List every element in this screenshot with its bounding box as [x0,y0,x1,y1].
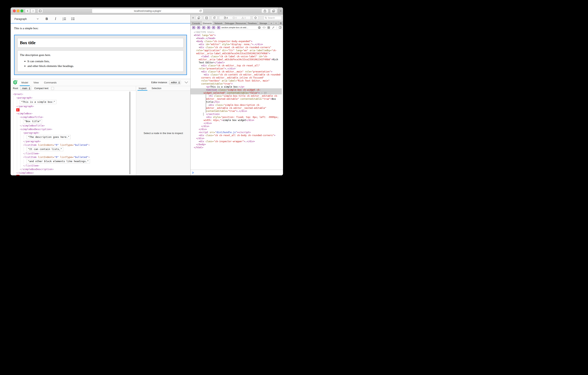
model-tree-row[interactable]: <simpleBox> [10,112,136,115]
editor-instance-select[interactable]: editor [169,81,181,84]
model-tree-row[interactable]: <listItem listIndent="0" listType="bulle… [10,143,136,147]
dom-tree-row[interactable]: </div> [190,125,282,128]
model-tree-row[interactable]: "and other block elements like headings.… [10,159,136,164]
tab-elements[interactable]: Elements [202,21,213,25]
details-sidebar-toggle-icon[interactable] [279,26,282,29]
new-tab-button[interactable]: + [278,7,283,14]
model-tree-row[interactable]: "The description goes here." [10,135,136,140]
collapse-inspector-button[interactable] [185,81,188,84]
dom-tree-row[interactable]: ▼<html lang="en"> [190,34,282,37]
expand-node-arrow[interactable]: ▶ [199,64,202,67]
expand-node-arrow[interactable]: ▶ [196,140,200,143]
settings-gear-icon[interactable]: ⚙ [278,21,283,25]
model-tree-row[interactable]: </paragraph> [10,140,136,143]
collapse-node-arrow[interactable]: ▼ [194,40,197,43]
tab-resources[interactable]: Resources [235,21,247,25]
dom-tree-row[interactable]: ▼<div class="ck ck-reset ck-editor ck-ro… [190,46,282,55]
element-picker-button[interactable] [252,16,259,20]
collapse-node-arrow[interactable]: ▼ [204,88,207,92]
model-tree-row[interactable]: <paragraph> [10,131,136,135]
model-tree-row[interactable]: </simpleBoxTitle> [10,124,136,127]
dom-tree-row[interactable]: <p>This is a simple box:</p> [190,85,282,88]
tab-view[interactable]: View [33,79,39,86]
list-item[interactable]: and other block elements like headings. [27,64,181,68]
collapse-node-arrow[interactable]: ▼ [196,46,200,49]
reload-page-button[interactable] [211,16,218,20]
model-tree-row[interactable]: <$root> [10,92,136,96]
dom-tree-row[interactable]: ▶<div class="simple-box-description ck-e… [190,103,282,113]
sidebar-toggle-button[interactable] [38,9,43,13]
description-text[interactable]: The description goes here. [20,53,181,57]
model-tree-row[interactable]: </simpleBox> [10,171,136,175]
simple-box-widget[interactable]: Box title The description goes here. It … [14,35,187,75]
tab-debugger[interactable]: Debugger [224,21,235,25]
expand-node-arrow[interactable]: ▶ [196,43,200,46]
back-button[interactable] [25,9,30,13]
model-tree-row[interactable]: <simpleBoxTitle> [10,115,136,119]
heading-dropdown[interactable]: Paragraph [12,16,41,22]
model-tree-row[interactable]: </simpleBoxDescription> [10,167,136,171]
dom-tree-row[interactable]: <label class="ck ck-label ck-voice-label… [190,55,282,64]
console-prompt[interactable] [190,170,283,175]
box-title-text[interactable]: Box title [20,40,181,45]
text-node[interactable]: "The description goes here." [27,135,71,139]
dom-tree-row[interactable]: </body> [190,143,282,146]
numbered-list-button[interactable]: 12 [62,16,67,22]
more-tabs-button[interactable]: » [269,21,274,25]
element-badge-icon[interactable]: E [202,26,205,29]
dom-tree-row[interactable]: <!DOCTYPE html> [190,31,282,34]
reload-button[interactable] [199,10,202,13]
dom-tree-row[interactable]: </div> [190,122,282,125]
model-tree-row[interactable]: <paragraph> [10,96,136,99]
address-bar[interactable]: localhost/creating-a-plugin/ [92,9,203,13]
element-badge-icon[interactable]: E [217,26,220,29]
grid-overlay-icon[interactable] [267,26,270,29]
print-dom-icon[interactable] [258,26,261,29]
dom-tree-row[interactable]: </section> [190,113,282,116]
dom-tree-row[interactable]: ▶<div class="ck-inspector-wrapper">…</di… [190,140,282,143]
dom-tree-row[interactable]: </div> [190,128,282,131]
text-node[interactable]: "This is a simple box:" [20,100,56,104]
dom-tree-row[interactable]: ▼<div class="ck ck-editor__main" role="p… [190,70,282,73]
model-tree-row[interactable]: </paragraph> [10,104,136,108]
collapse-node-arrow[interactable]: ▼ [199,70,202,73]
element-badge-icon[interactable]: E [212,26,215,29]
zoom-window-button[interactable] [21,10,23,12]
close-inspector-button[interactable]: ✕ [192,16,194,19]
bold-button[interactable]: B [44,16,49,22]
minimize-window-button[interactable] [17,10,20,12]
editor-editable-area[interactable]: This is a simple box: Box title The desc… [10,23,190,79]
dom-tree-row[interactable]: ▶<head>…</head> [190,37,282,40]
description-list[interactable]: It can contain lists,and other block ele… [20,60,181,68]
dom-tree-row[interactable]: <h1 class="simple-box-title ck-editor__e… [190,94,282,103]
inspector-search-field[interactable]: Search [263,16,282,20]
close-window-button[interactable] [13,10,16,12]
collapse-node-arrow[interactable]: ▼ [191,34,195,37]
model-tree-row[interactable]: <simpleBoxDescription> [10,127,136,131]
detach-inspector-button[interactable] [196,16,202,20]
simple-box-title[interactable]: Box title [17,38,184,48]
dom-tree-row[interactable]: <div class="ck ck-reset_all ck-body ck-r… [190,134,282,140]
text-node[interactable]: "and other block elements like headings.… [27,159,90,164]
tab-storage[interactable]: Storage [258,21,269,25]
collapse-node-arrow[interactable]: ▼ [201,73,205,77]
italic-button[interactable]: I [53,16,58,22]
tab-inspect[interactable]: Inspect [139,86,146,91]
dom-tree-row[interactable]: <div style="position: fixed; top: 0px; l… [190,116,282,122]
model-tree-row[interactable]: "It can contain lists," [10,147,136,152]
dom-tree-row[interactable]: <script src="dist/bundle.js"></script> [190,131,282,134]
element-badge-icon[interactable]: E [197,26,200,29]
model-tree-row[interactable]: </listItem> [10,164,136,167]
tab-commands[interactable]: Commands [44,79,56,86]
dom-tree-row[interactable]: ▶<div id="editor" style="display: none;"… [190,43,282,46]
tab-overview-button[interactable] [270,9,277,13]
dom-tree-row[interactable]: ▶<div class="ck ck-editor__top ck-reset_… [190,64,282,70]
dom-tree-row[interactable]: ▼<section class="simple-box ck-widget ck… [190,88,282,94]
model-tree-row[interactable]: "This is a simple box:" [10,99,136,104]
model-tree-row[interactable]: [ [10,108,136,112]
simple-box-description[interactable]: The description goes here. It can contai… [17,50,184,72]
tab-selection[interactable]: Selection [152,86,161,91]
add-tab-button[interactable]: + [274,21,278,25]
share-button[interactable] [262,9,268,13]
dom-tree-row[interactable]: </html> [190,146,282,149]
